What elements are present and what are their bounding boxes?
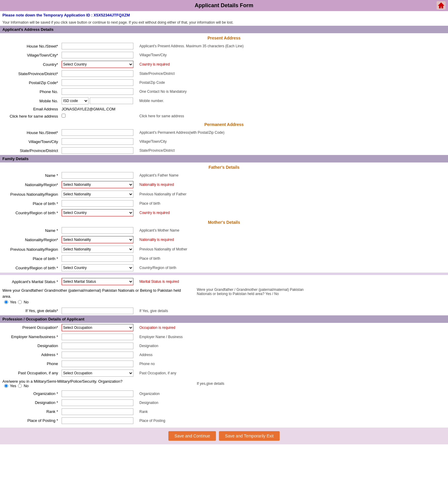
occupation-label: Present Occupation* (0, 323, 60, 332)
country-select[interactable]: Select Country (62, 61, 133, 68)
father-prev-nationality-select[interactable]: Select Nationality (62, 191, 133, 198)
perm-state-row: State/Province/District State/Province/D… (0, 146, 448, 155)
mother-birth-country-hint: Country/Region of birth (138, 263, 448, 273)
same-address-hint: Click here for same address (138, 113, 448, 120)
grandfather-no-radio[interactable] (18, 300, 22, 304)
same-address-label: Click here for same address (0, 113, 60, 120)
if-yes-table: If Yes, give details* If Yes, give detai… (0, 306, 448, 315)
mother-prev-nationality-select[interactable]: Select Nationality (62, 246, 133, 253)
address-input[interactable] (62, 352, 133, 358)
rank-label: Rank * (0, 407, 60, 416)
village-row: Village/Town/City* Village/Town/City (0, 51, 448, 60)
prof-phone-hint: Phone no (138, 359, 448, 368)
perm-house-hint: Applicant's Permanent Address(with Posta… (138, 128, 448, 137)
country-hint: Country is required (138, 60, 448, 69)
father-nationality-hint: Nationality is required (138, 180, 448, 189)
grandfather-yes-label: Yes (10, 299, 16, 305)
employer-input[interactable] (62, 334, 133, 340)
if-yes-hint: If Yes, give details (138, 306, 448, 315)
postal-label: Postal/Zip Code* (0, 78, 60, 87)
state-label: State/Province/District* (0, 69, 60, 78)
mother-name-input[interactable] (62, 227, 133, 234)
mobile-label: Mobile No. (0, 96, 60, 106)
postal-row: Postal/Zip Code* Postal/Zip Code (0, 78, 448, 87)
posting-input[interactable] (62, 417, 133, 424)
occupation-row: Present Occupation* Select Occupation Oc… (0, 323, 448, 332)
mother-nationality-select[interactable]: Select Nationality (62, 236, 133, 243)
mother-nationality-hint: Nationality is required (138, 235, 448, 244)
save-exit-button[interactable]: Save and Temporarily Exit (219, 431, 279, 441)
military-no-radio[interactable] (18, 384, 22, 388)
military-yes-radio[interactable] (4, 384, 8, 388)
grandfather-hint: Were your Grandfather / Grandmother (pat… (191, 288, 304, 296)
profession-section-header: Profession / Occupation Details of Appli… (0, 315, 448, 323)
fathers-details-table: Name * Applicant's Father Name Nationali… (0, 171, 448, 218)
marital-status-row: Applicant's Marital Status * Select Mari… (0, 277, 448, 286)
grandfather-question: Were your Grandfather/ Grandmother (pate… (2, 288, 188, 305)
same-address-checkbox[interactable] (62, 114, 65, 118)
perm-state-input[interactable] (62, 147, 133, 154)
father-nationality-row: Nationality/Region* Select Nationality N… (0, 180, 448, 189)
designation-label: Designation (0, 341, 60, 350)
mother-prev-nationality-hint: Previous Nationality of Mother (138, 244, 448, 254)
home-icon[interactable] (437, 1, 446, 10)
email-label: Email Address (0, 106, 60, 113)
save-continue-button[interactable]: Save and Continue (168, 431, 216, 441)
perm-house-input[interactable] (62, 129, 133, 136)
father-prev-nationality-row: Previous Nationality/Region Select Natio… (0, 189, 448, 199)
father-nationality-select[interactable]: Select Nationality (62, 181, 133, 188)
phone-input[interactable] (62, 88, 133, 95)
isd-select[interactable]: ISD code (62, 97, 89, 104)
grandfather-yes-radio[interactable] (4, 300, 8, 304)
father-birth-place-input[interactable] (62, 200, 133, 207)
state-input[interactable] (62, 70, 133, 77)
perm-house-label: House No./Street* (0, 128, 60, 137)
bottom-buttons: Save and Continue Save and Temporarily E… (0, 428, 448, 444)
address-section-header: Applicant's Address Details (0, 26, 448, 33)
mother-birth-country-label: Country/Region of birth * (0, 263, 60, 273)
temp-id-row: Please note down the Temporary Applicati… (2, 13, 446, 17)
house-input[interactable] (62, 43, 133, 49)
designation2-input[interactable] (62, 399, 133, 406)
mother-birth-country-select[interactable]: Select Country (62, 264, 133, 271)
father-name-input[interactable] (62, 172, 133, 179)
marital-status-label: Applicant's Marital Status * (0, 277, 60, 286)
fathers-details-header: Father's Details (0, 162, 448, 171)
permanent-address-header: Permanent Address (0, 120, 448, 128)
mobile-input[interactable] (90, 98, 133, 104)
past-occupation-label: Past Occupation, if any (0, 368, 60, 378)
mother-nationality-row: Nationality/Region* Select Nationality N… (0, 235, 448, 244)
prof-phone-input[interactable] (62, 361, 133, 367)
father-name-hint: Applicant's Father Name (138, 171, 448, 180)
designation2-hint: Designation (138, 398, 448, 407)
mobile-row: Mobile No. ISD code Mobile number. (0, 96, 448, 106)
if-yes-label: If Yes, give details* (0, 306, 60, 315)
mother-prev-nationality-label: Previous Nationality/Region (0, 244, 60, 254)
info-note: Your Information will be saved if you cl… (0, 19, 448, 26)
if-yes-row: If Yes, give details* If Yes, give detai… (0, 306, 448, 315)
past-occupation-select[interactable]: Select Occupation (62, 370, 133, 377)
marital-status-select[interactable]: Select Marital Status (62, 278, 133, 285)
mothers-details-table: Name * Applicant's Mother Name Nationali… (0, 226, 448, 273)
mother-birth-place-label: Place of birth * (0, 254, 60, 263)
mother-birth-place-input[interactable] (62, 255, 133, 262)
mother-birth-country-row: Country/Region of birth * Select Country… (0, 263, 448, 273)
father-birth-country-select[interactable]: Select Country (62, 209, 133, 216)
father-name-row: Name * Applicant's Father Name (0, 171, 448, 180)
father-birth-place-row: Place of birth * Place of birth (0, 199, 448, 208)
present-address-table: House No./Street* Applicant's Present Ad… (0, 42, 448, 120)
designation-input[interactable] (62, 343, 133, 349)
mother-name-hint: Applicant's Mother Name (138, 226, 448, 235)
perm-village-input[interactable] (62, 138, 133, 145)
postal-input[interactable] (62, 79, 133, 86)
if-yes-input[interactable] (62, 308, 133, 314)
military-yes-label: Yes (10, 384, 16, 388)
employer-label: Employer Name/business * (0, 332, 60, 341)
designation2-row: Designation * Designation (0, 398, 448, 407)
village-input[interactable] (62, 52, 133, 58)
same-address-row: Click here for same address Click here f… (0, 113, 448, 120)
designation-row: Designation Designation (0, 341, 448, 350)
occupation-select[interactable]: Select Occupation (62, 324, 133, 331)
rank-input[interactable] (62, 408, 133, 415)
organization-input[interactable] (62, 390, 133, 397)
